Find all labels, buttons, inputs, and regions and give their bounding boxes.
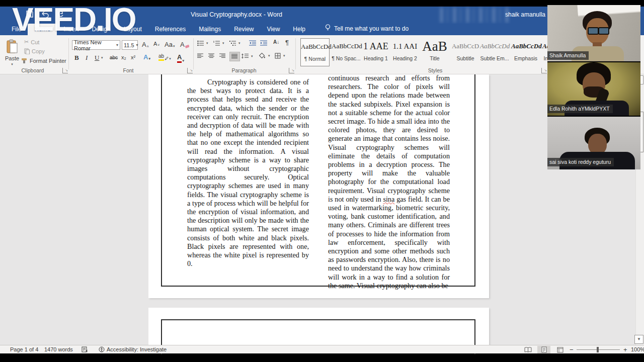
text-effects-button[interactable]: A▾ bbox=[143, 53, 150, 61]
underline-dropdown[interactable]: ▾ bbox=[101, 56, 103, 60]
justify-button[interactable] bbox=[229, 52, 240, 61]
paste-label: Paste bbox=[5, 55, 19, 61]
format-painter-button[interactable]: Format Painter bbox=[21, 58, 66, 64]
scissors-icon: ✂ bbox=[24, 39, 29, 45]
numbering-button[interactable]: ▾ bbox=[213, 40, 224, 46]
proofing-icon[interactable] bbox=[82, 346, 88, 353]
tab-layout[interactable]: Layout bbox=[117, 24, 148, 35]
font-dialog-launcher[interactable]: ↘ bbox=[187, 68, 193, 73]
zoom-level[interactable]: 100% bbox=[631, 346, 644, 352]
borders-icon bbox=[275, 53, 281, 59]
justify-icon bbox=[231, 54, 238, 59]
tab-help[interactable]: Help bbox=[286, 24, 312, 35]
style-subtitle[interactable]: AaBbCcD Subtitle bbox=[451, 38, 480, 66]
document-column-1[interactable]: Cryptography is considered one of the be… bbox=[187, 78, 309, 268]
read-mode-button[interactable] bbox=[521, 346, 534, 353]
style-heading2[interactable]: 1.1 AAI Heading 2 bbox=[391, 38, 419, 66]
highlight-button[interactable]: ab🖉▾ bbox=[158, 53, 171, 61]
video-tile-participant-3[interactable]: sai siva koti reddy eguturu bbox=[547, 117, 640, 169]
sort-button[interactable]: A↓ bbox=[273, 39, 279, 45]
clipboard-dialog-launcher[interactable]: ↘ bbox=[62, 68, 68, 73]
grow-font-button[interactable]: A˄ bbox=[142, 41, 149, 48]
font-color-button[interactable]: A▾ bbox=[177, 53, 184, 63]
print-layout-button[interactable] bbox=[537, 346, 550, 353]
account-name[interactable]: shaik amanulla bbox=[505, 11, 545, 18]
numbered-list-icon bbox=[213, 40, 220, 46]
word-count[interactable]: 1470 words bbox=[44, 346, 73, 352]
group-separator bbox=[68, 38, 69, 69]
multilevel-list-button[interactable]: ▾ bbox=[229, 40, 240, 46]
font-family-combo[interactable]: Times New Romar▾ bbox=[72, 40, 120, 50]
paint-bucket-icon bbox=[259, 53, 266, 59]
column2-text: continuous research and efforts from res… bbox=[328, 74, 450, 203]
italic-button[interactable]: I bbox=[86, 54, 88, 62]
web-layout-button[interactable] bbox=[553, 346, 567, 353]
tab-review[interactable]: Review bbox=[227, 24, 260, 35]
style-no-spacing[interactable]: AaBbCcDd ¶ No Spac... bbox=[332, 38, 361, 66]
superscript-button[interactable]: x² bbox=[131, 54, 135, 60]
align-right-button[interactable] bbox=[219, 53, 226, 59]
participant-name-label: Edla Rohith aYMkldPYXT bbox=[547, 105, 613, 113]
bold-button[interactable]: B bbox=[74, 54, 79, 62]
strikethrough-button[interactable]: abc bbox=[110, 55, 118, 60]
style-subtle-emphasis[interactable]: AaBbCcDd Subtle Em... bbox=[480, 38, 509, 66]
styles-dialog-launcher[interactable]: ↘ bbox=[541, 68, 547, 73]
copy-button[interactable]: Copy bbox=[24, 48, 45, 54]
zoom-slider-thumb[interactable] bbox=[597, 347, 599, 352]
cut-button[interactable]: ✂Cut bbox=[24, 39, 39, 45]
scroll-down-button[interactable]: ▼ bbox=[634, 335, 643, 344]
misspelled-word: sina bbox=[383, 195, 394, 203]
tab-view[interactable]: View bbox=[261, 24, 287, 35]
font-size-combo[interactable]: 11.5▾ bbox=[122, 40, 138, 50]
accessibility-status[interactable]: Accessibility: Investigate bbox=[107, 346, 167, 352]
web-layout-icon bbox=[557, 347, 564, 353]
page-indicator[interactable]: Page 1 of 4 bbox=[10, 346, 38, 352]
tab-mailings[interactable]: Mailings bbox=[192, 24, 227, 35]
align-left-button[interactable] bbox=[197, 53, 204, 59]
zoom-out-button[interactable]: − bbox=[570, 346, 574, 353]
video-tile-participant-2[interactable]: Edla Rohith aYMkldPYXT bbox=[547, 62, 640, 116]
align-left-icon bbox=[197, 53, 204, 59]
paste-button[interactable]: Paste ▾ bbox=[5, 39, 19, 66]
subscript-button[interactable]: x₂ bbox=[121, 54, 126, 60]
group-separator bbox=[193, 38, 194, 69]
clear-formatting-button[interactable]: A bbox=[180, 41, 189, 48]
font-group-label: Font bbox=[106, 67, 151, 73]
glasses-right-lens bbox=[598, 27, 609, 35]
line-spacing-button[interactable]: ▾ bbox=[242, 53, 253, 59]
group-separator bbox=[295, 38, 296, 69]
style-normal[interactable]: AaBbCcDd ¶ Normal bbox=[300, 38, 330, 66]
increase-indent-button[interactable] bbox=[260, 40, 268, 46]
read-mode-icon bbox=[524, 347, 532, 352]
document-column-2[interactable]: continuous research and efforts from res… bbox=[328, 74, 450, 290]
show-paragraph-marks-button[interactable]: ¶ bbox=[285, 39, 289, 46]
bullets-button[interactable]: ▾ bbox=[197, 40, 208, 46]
chevron-down-icon: ▾ bbox=[134, 43, 138, 47]
shrink-font-button[interactable]: A˅ bbox=[153, 41, 159, 47]
paragraph-dialog-launcher[interactable]: ↘ bbox=[289, 68, 294, 73]
watermark-artifact bbox=[440, 8, 510, 23]
video-tile-participant-1[interactable]: Shaik Amanulla bbox=[547, 5, 640, 61]
tab-insert[interactable]: Insert bbox=[57, 24, 85, 35]
tab-file[interactable]: File bbox=[5, 24, 28, 35]
tab-references[interactable]: References bbox=[148, 24, 192, 35]
chevron-down-icon: ▾ bbox=[114, 43, 118, 47]
line-spacing-icon bbox=[242, 53, 249, 59]
align-center-button[interactable] bbox=[208, 53, 215, 59]
zoom-in-button[interactable]: + bbox=[623, 346, 627, 353]
decrease-indent-button[interactable] bbox=[249, 40, 257, 46]
clipboard-icon bbox=[6, 39, 18, 54]
tell-me-box[interactable]: Tell me what you want to do bbox=[312, 22, 414, 35]
borders-button[interactable]: ▾ bbox=[275, 53, 285, 59]
underline-button[interactable]: U bbox=[95, 54, 99, 62]
tab-design[interactable]: Design bbox=[85, 24, 117, 35]
copy-icon bbox=[24, 48, 30, 54]
video-call-sidebar: Shaik Amanulla Edla Rohith aYMkldPYXT sa… bbox=[547, 5, 640, 169]
style-title[interactable]: AaB Title bbox=[420, 38, 449, 66]
word-window: Visual Cryptography.docx - Word shaik am… bbox=[0, 0, 644, 362]
tab-home[interactable]: Home bbox=[28, 24, 57, 35]
shading-button[interactable]: ▾ bbox=[259, 53, 270, 59]
change-case-button[interactable]: Aa▾ bbox=[165, 41, 175, 48]
style-emphasis[interactable]: AaBbCcDd Emphasis bbox=[511, 38, 540, 66]
style-heading1[interactable]: 1 AAE Heading 1 bbox=[362, 38, 390, 66]
